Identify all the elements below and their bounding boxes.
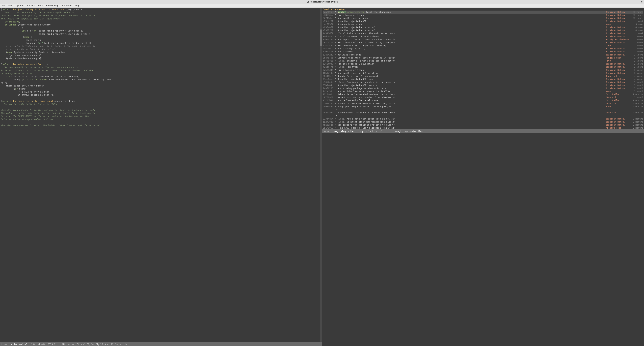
commit-hash: 8ca7f96 xyxy=(323,10,334,13)
commit-row[interactable]: 9d4c46f9*Add a changelog entryBozhidar B… xyxy=(323,47,644,50)
menu-projectile[interactable]: Projectile xyxy=(62,4,72,7)
commit-row[interactable]: 8ca7f96*master origin/master Tweak the c… xyxy=(323,10,644,13)
commit-row[interactable]: a88c97a6*Fix a bunch of typos discovered… xyxy=(323,41,644,44)
commit-row[interactable]: a30d2e5e*[Docs] Mention cider-check-cljs… xyxy=(323,81,644,84)
commit-graph: * xyxy=(334,81,338,84)
menu-bar: File Edit Options Buffers Tools Emacs-Li… xyxy=(0,4,644,8)
commit-row[interactable]: 8edbf81d*[Docs] Document the eval spinne… xyxy=(323,35,644,38)
commit-message: Fix a bunch of typos xyxy=(338,13,606,16)
commit-date: 2 months xyxy=(631,105,643,108)
commit-row[interactable]: 93eb04ba*Bump the injected nREPL depBozh… xyxy=(323,78,644,81)
commit-graph: * xyxy=(334,93,338,96)
commit-message: Add missing package-version attribute xyxy=(338,87,606,90)
commit-row[interactable]: 75755b42*Add before and after eval hooks… xyxy=(323,99,644,102)
commit-row[interactable]: 7228402c*Make cider-after-eval-done-hook… xyxy=(323,93,644,96)
commit-author: Eric Dallo xyxy=(606,99,631,102)
commit-row[interactable]: a635e852*Bump the injected cider-nreplBo… xyxy=(323,26,644,29)
commit-message: Detect host and port number from babashk… xyxy=(338,96,606,99)
commit-author: Bozhidar Batsov xyxy=(606,81,631,84)
commit-row[interactable]: 823d4d04*[Docs] Add a note that cider-ja… xyxy=(323,117,644,120)
commit-author: Bozhidar Batsov xyxy=(606,62,631,65)
menu-options[interactable]: Options xyxy=(16,4,24,7)
commit-author: Bozhidar Batsov xyxy=(606,65,631,68)
commit-row[interactable]: 604105c5*Update *print-meta* bug comment… xyxy=(323,75,644,78)
close-icon[interactable]: × xyxy=(641,1,643,3)
commit-row[interactable]: 3c5f1d46*Fix a bunch of typosBozhidar Ba… xyxy=(323,68,644,72)
commit-row[interactable]: 83b7e84c*Bump the injected nREPL version… xyxy=(323,84,644,87)
commit-row[interactable]: e2e04242*Optimize some codeBozhidar Bats… xyxy=(323,53,644,56)
commit-row[interactable]: |/ xyxy=(323,114,644,117)
commit-row[interactable]: 41abc47d*[Docs] Fix typosBozhidar Batsov… xyxy=(323,65,644,68)
commit-author: Bozhidar Batsov xyxy=(606,87,631,90)
commit-row[interactable]: 10b9b19b*Add spell-checking GHA workflow… xyxy=(323,72,644,75)
menu-help[interactable]: Help xyxy=(74,4,80,7)
commit-row[interactable]: 82741dba*Add spell-checking badgeBozhida… xyxy=(323,16,644,20)
commit-row[interactable]: ab910c8c* Merge pull request #3082 from … xyxy=(323,105,644,108)
menu-file[interactable]: File xyxy=(2,4,5,7)
commit-row[interactable]: 370da4ef*Add a commentBozhidar Batsov2 w… xyxy=(323,50,644,53)
commit-author: Richard Todd xyxy=(606,126,631,129)
commit-row[interactable]: e7387f07*Bump the injected cider-nreplBo… xyxy=(323,29,644,32)
commit-list[interactable]: 8ca7f96*master origin/master Tweak the c… xyxy=(322,10,644,129)
scrollbar-thumb[interactable] xyxy=(320,29,322,46)
commit-message: [Docs] shadow-cljs with deps.edn and cus… xyxy=(338,59,606,62)
commit-hash: ab910c8c xyxy=(323,105,334,108)
commit-hash: 1f763f86 xyxy=(323,59,334,62)
commit-graph: * xyxy=(334,35,338,38)
commit-date: 1 month xyxy=(631,87,643,90)
commit-graph: * xyxy=(334,29,338,32)
menu-buffers[interactable]: Buffers xyxy=(27,4,35,7)
scrollbar[interactable] xyxy=(320,8,322,342)
code-pane[interactable]: (defun cider-jump-to-compilation-error (… xyxy=(0,8,322,346)
commit-row[interactable]: 6a176867*[Fix #3074] Makes cider recogni… xyxy=(323,126,644,129)
commit-row[interactable]: a95bbf07*Bump the injected nREPLBozhidar… xyxy=(323,20,644,23)
commit-hash: 474e2479 xyxy=(323,44,334,47)
commit-graph: * xyxy=(334,47,338,50)
commit-row[interactable]: 4ba36bcc*Add support for babashka projec… xyxy=(323,123,644,126)
menu-edit[interactable]: Edit xyxy=(8,4,12,7)
commit-row[interactable]: e52f78c5*[Docs] Document cider-macroexpa… xyxy=(323,120,644,123)
modeline-right: U:%%- magit-log: cider Top of 13k (1,0) … xyxy=(322,129,644,133)
commit-row[interactable]: |\ xyxy=(323,108,644,111)
commit-row[interactable]: 3168f937*Fix the codespell invocationBoz… xyxy=(323,62,644,65)
menu-emacs-lisp[interactable]: Emacs-Lisp xyxy=(46,4,58,7)
commit-row[interactable]: bf8f53bc*Fix a bunch of typosBozhidar Ba… xyxy=(323,13,644,16)
commit-row[interactable]: ecad7a7e|* Workaround for Emacs 27.2 MS-… xyxy=(323,111,644,114)
commit-row[interactable]: 1aba0175*Add support for Unix domain soc… xyxy=(323,38,644,41)
commit-date: 2 months xyxy=(631,93,643,96)
commit-graph: * xyxy=(334,38,338,41)
commit-graph: * xyxy=(334,50,338,53)
commit-author: ikappaki xyxy=(606,102,631,105)
commit-graph: * xyxy=(334,78,338,81)
commit-row[interactable]: 2bcf5763*Convert "See Also" text to butt… xyxy=(323,56,644,59)
commit-hash: 94aff280 xyxy=(323,87,334,90)
commit-row[interactable]: b160616a*Remove CircleCI MS-Windows-lint… xyxy=(323,102,644,105)
menu-tools[interactable]: Tools xyxy=(38,4,43,7)
window-titlebar: ~/projects/cider/cider-eval.el × xyxy=(0,0,644,4)
commit-row[interactable]: 7d2ed59b*Add enrich-classpath integratio… xyxy=(323,90,644,93)
commit-author xyxy=(606,114,631,117)
commit-hash: 3c5f1d46 xyxy=(323,68,334,72)
commit-hash: 7d2ed59b xyxy=(323,90,334,93)
commit-row[interactable]: bcc5936f*Bump enrich-classpathvemv5 days xyxy=(323,23,644,26)
commit-hash: d97dfa07 xyxy=(323,96,334,99)
commit-row[interactable]: 94aff280*Add missing package-version att… xyxy=(323,87,644,90)
commit-graph: * xyxy=(334,41,338,44)
commit-graph: * xyxy=(334,16,338,20)
commit-date: 1 week xyxy=(631,20,643,23)
commit-row[interactable]: d97dfa07*Detect host and port number fro… xyxy=(323,96,644,99)
commit-hash: 6a176867 xyxy=(323,126,334,129)
commit-hash: e52f78c5 xyxy=(323,120,334,123)
commit-row[interactable]: 1f763f86*[Docs] shadow-cljs with deps.ed… xyxy=(323,59,644,62)
commit-row[interactable]: 4c516dff*[Docs] Add a note about the uni… xyxy=(323,32,644,35)
commit-message: [Docs] Document the eval spinner xyxy=(338,35,606,38)
code-buffer[interactable]: (defun cider-jump-to-compilation-error (… xyxy=(0,8,322,342)
window-title: ~/projects/cider/cider-eval.el xyxy=(306,1,338,3)
commit-graph: * xyxy=(334,23,338,26)
commit-author: Herwig Hochleitner xyxy=(606,38,631,41)
magit-pane[interactable]: Commits in master 8ca7f96*master origin/… xyxy=(322,8,644,346)
commit-graph: * xyxy=(334,13,338,16)
commit-author: vemv xyxy=(606,105,631,108)
commit-row[interactable]: 474e2479*Fix broken link in page 'contri… xyxy=(323,44,644,47)
commit-author: Bozhidar Batsov xyxy=(606,41,631,44)
